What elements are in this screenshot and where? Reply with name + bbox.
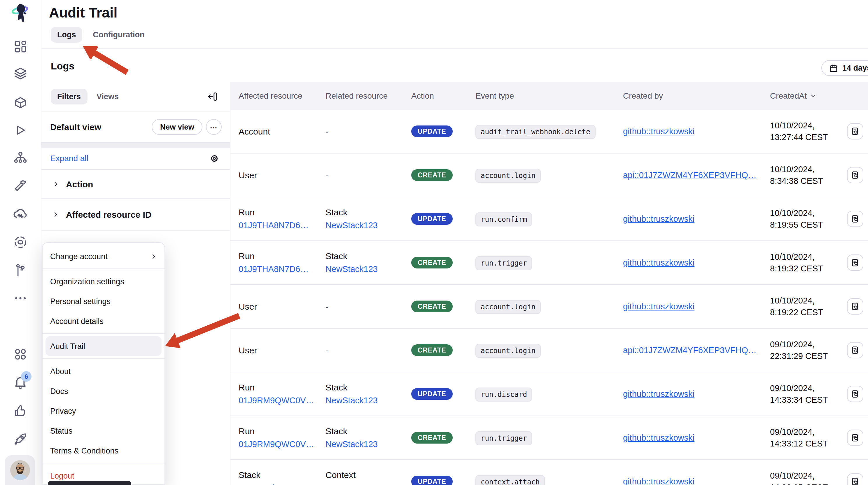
- filter-section-action[interactable]: Action: [41, 169, 230, 199]
- cloud-sync-icon[interactable]: [12, 206, 28, 221]
- menu-item-audit-trail[interactable]: Audit Trail: [45, 336, 162, 356]
- menu-item-status[interactable]: Status: [42, 421, 164, 441]
- user-avatar[interactable]: [5, 455, 35, 485]
- menu-item-docs[interactable]: Docs: [42, 381, 164, 401]
- audit-trail-page: 6 Audit Trail Logs: [0, 0, 868, 485]
- related-resource-cell: -: [326, 300, 329, 313]
- created-by-link[interactable]: github::truszkowski: [623, 214, 694, 223]
- document-search-icon: [850, 389, 860, 399]
- dashboard-grid-icon[interactable]: [13, 39, 28, 54]
- new-view-button[interactable]: New view: [152, 119, 203, 134]
- created-at-time: 8:19:22 CEST: [770, 306, 823, 318]
- view-details-button[interactable]: [847, 342, 863, 358]
- created-by-link[interactable]: github::truszkowski: [623, 477, 694, 485]
- run-play-icon[interactable]: [13, 123, 28, 138]
- affected-resource-cell: Account: [239, 125, 270, 138]
- resource-link[interactable]: 01J9RM9QWC0V…: [239, 438, 314, 451]
- created-by-link[interactable]: github::truszkowski: [623, 433, 694, 443]
- panel-collapse-icon[interactable]: [207, 91, 218, 102]
- view-details-button[interactable]: [847, 429, 863, 446]
- created-by-cell: github::truszkowski: [623, 214, 694, 224]
- date-range-button[interactable]: 14 days: [822, 60, 868, 76]
- resource-type: Account: [239, 126, 270, 136]
- focus-icon[interactable]: [12, 234, 28, 250]
- filter-section-affected-resource-id[interactable]: Affected resource ID: [41, 199, 230, 231]
- created-at-time: 14:33:12 CEST: [770, 438, 828, 449]
- action-badge: CREATE: [411, 257, 453, 269]
- view-details-button[interactable]: [847, 167, 863, 183]
- column-label: Action: [411, 91, 434, 100]
- resource-link[interactable]: NewContextTest: [326, 482, 387, 485]
- circles-grid-icon[interactable]: [13, 347, 28, 362]
- resource-link[interactable]: NewStack123: [326, 394, 378, 407]
- resource-type: User: [239, 345, 257, 355]
- view-details-button[interactable]: [847, 298, 863, 314]
- resource-link[interactable]: NewStack123: [326, 263, 378, 276]
- filters-tabs-row: Filters Views: [41, 82, 230, 112]
- table-row: User-CREATEaccount.loginapi::01J7ZWZM4YF…: [230, 153, 868, 197]
- hammer-icon[interactable]: [13, 179, 28, 194]
- resource-type: Run: [239, 249, 309, 263]
- resource-link[interactable]: 01J9THA8N7D6…: [239, 263, 309, 276]
- menu-item-change-account[interactable]: Change account: [42, 246, 164, 266]
- tab-configuration[interactable]: Configuration: [93, 30, 145, 39]
- menu-divider: [42, 358, 164, 359]
- table-row: StackNewStack123ContextNewContextTestUPD…: [230, 460, 868, 485]
- cube-icon[interactable]: [13, 95, 28, 110]
- created-by-link[interactable]: github::truszkowski: [623, 302, 694, 311]
- tab-filters[interactable]: Filters: [51, 88, 87, 104]
- related-resource-cell: StackNewStack123: [326, 249, 378, 276]
- branch-flag-icon[interactable]: [13, 263, 28, 277]
- resource-link[interactable]: NewStack123: [239, 482, 291, 485]
- column-header-related-resource: Related resource: [326, 91, 388, 100]
- menu-item-about[interactable]: About: [42, 361, 164, 381]
- view-details-button[interactable]: [847, 254, 863, 271]
- menu-item-label: Account details: [50, 316, 103, 325]
- resource-link[interactable]: NewStack123: [326, 438, 378, 451]
- column-label: Related resource: [326, 91, 388, 100]
- stacks-layers-icon[interactable]: [13, 66, 28, 81]
- column-header-affected-resource: Affected resource: [239, 91, 303, 100]
- view-more-button[interactable]: …: [206, 119, 222, 134]
- menu-item-account-details[interactable]: Account details: [42, 311, 164, 331]
- affected-resource-cell: User: [239, 300, 257, 313]
- created-by-link[interactable]: api::01J7ZWZM4YF6XEP3VFHQ…: [623, 171, 756, 180]
- event-type-chip: run.trigger: [475, 431, 532, 445]
- spacelift-logo[interactable]: [10, 2, 31, 23]
- ellipsis-icon[interactable]: [13, 291, 28, 306]
- created-at-date: 10/10/2024,: [770, 163, 823, 175]
- rocket-icon[interactable]: [13, 431, 28, 447]
- created-at-time: 8:19:55 CEST: [770, 219, 823, 231]
- view-details-button[interactable]: [847, 211, 863, 227]
- document-search-icon: [850, 127, 860, 136]
- created-by-link[interactable]: api::01J7ZWZM4YF6XEP3VFHQ…: [623, 345, 756, 355]
- created-by-link[interactable]: github::truszkowski: [623, 389, 694, 399]
- event-type-chip: run.trigger: [475, 256, 532, 270]
- filter-section-label: Action: [66, 179, 93, 189]
- action-badge: CREATE: [411, 301, 453, 312]
- event-type-chip: account.login: [475, 300, 541, 314]
- sidebar: 6: [0, 0, 41, 485]
- thumbs-up-icon[interactable]: [13, 403, 28, 419]
- hierarchy-icon[interactable]: [13, 150, 28, 165]
- resource-link[interactable]: 01J9THA8N7D6…: [239, 219, 309, 232]
- gear-icon[interactable]: [209, 153, 219, 163]
- created-by-link[interactable]: github::truszkowski: [623, 258, 694, 267]
- created-by-link[interactable]: github::truszkowski: [623, 127, 694, 136]
- event-type-chip: account.login: [475, 344, 541, 358]
- menu-item-personal-settings[interactable]: Personal settings: [42, 291, 164, 311]
- view-details-button[interactable]: [847, 386, 863, 402]
- resource-link[interactable]: 01J9RM9QWC0V…: [239, 394, 314, 407]
- column-header-createdat[interactable]: CreatedAt: [770, 91, 817, 100]
- menu-item-privacy[interactable]: Privacy: [42, 401, 164, 421]
- account-menu: Change accountOrganization settingsPerso…: [42, 242, 165, 485]
- tab-logs[interactable]: Logs: [51, 27, 83, 42]
- tab-views[interactable]: Views: [97, 92, 119, 101]
- resource-link[interactable]: NewStack123: [326, 219, 378, 232]
- menu-item-organization-settings[interactable]: Organization settings: [42, 271, 164, 291]
- action-cell: CREATE: [411, 432, 453, 444]
- view-details-button[interactable]: [847, 473, 863, 485]
- menu-item-terms-conditions[interactable]: Terms & Conditions: [42, 441, 164, 460]
- expand-all-link[interactable]: Expand all: [50, 153, 88, 163]
- view-details-button[interactable]: [847, 123, 863, 140]
